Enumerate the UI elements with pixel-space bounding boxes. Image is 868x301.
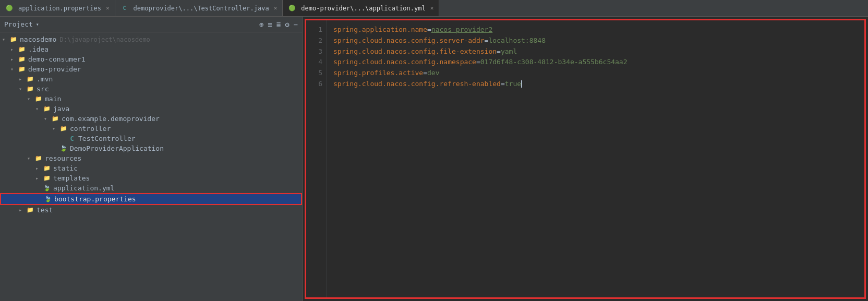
editor-content[interactable]: 1 2 3 4 5 6 spring.application.name=naco… [305,19,866,299]
folder-icon: 📁 [34,95,43,103]
tree-item-controller[interactable]: ▾ 📁 controller [0,124,302,134]
tree-label: application.yml [53,184,114,192]
tree-item-templates[interactable]: ▸ 📁 templates [0,173,302,183]
sidebar-title: Project ▾ [4,20,39,28]
arrow-icon: ▾ [35,106,43,112]
tab-test-controller[interactable]: C demoprovider\...\TestController.java ✕ [115,0,283,16]
code-value: dev [427,69,439,77]
tab-demo-provider-yaml[interactable]: 🟢 demo-provider\...\application.yml ✕ [283,0,439,16]
tree-item-java[interactable]: ▾ 📁 java [0,104,302,114]
code-equals: = [497,47,501,55]
tab-icon-java: C [120,5,129,12]
code-equals: = [427,26,431,33]
arrow-icon: ▾ [27,155,34,161]
folder-icon: 📁 [59,125,68,133]
code-key: spring.cloud.nacos.config.namespace [333,58,476,66]
code-value: yaml [501,47,517,55]
main-content: Project ▾ ⊕ ≡ ≣ ⚙ − ▾ 📁 nacosdemo D:\jav… [0,17,868,301]
code-value: true [505,80,521,88]
tree-item-nacosdemo[interactable]: ▾ 📁 nacosdemo D:\javaproject\nacosdemo [0,34,302,44]
code-key: spring.cloud.nacos.config.server-addr [333,37,485,44]
arrow-icon: ▾ [27,96,34,102]
tree-item-com-example-demoprovider[interactable]: ▾ 📁 com.example.demoprovider [0,114,302,124]
tab-close-test-controller[interactable]: ✕ [274,5,278,11]
dropdown-arrow-icon[interactable]: ▾ [36,21,39,27]
folder-icon: 📁 [26,207,34,214]
tree-label: test [37,206,53,214]
arrow-icon: ▸ [35,165,43,171]
tree-item-demo-provider[interactable]: ▾ 📁 demo-provider [0,64,302,74]
code-line-5: spring.profiles.active=dev [333,68,858,79]
arrow-icon: ▸ [10,46,18,52]
line-num-1: 1 [312,25,322,35]
tree-item-test[interactable]: ▸ 📁 test [0,205,302,215]
tab-label-test-controller: demoprovider\...\TestController.java [134,5,269,12]
sidebar-tree: ▾ 📁 nacosdemo D:\javaproject\nacosdemo ▸… [0,32,302,301]
arrow-icon: ▸ [35,175,43,181]
tree-label: src [37,85,49,93]
code-line-6: spring.cloud.nacos.config.refresh-enable… [333,79,858,90]
code-value: 017d6f48-c308-4812-b34e-a555b6c54aa2 [480,58,628,66]
spring-icon: 🍃 [43,185,51,192]
code-key: spring.cloud.nacos.config.refresh-enable… [333,80,501,88]
line-num-2: 2 [312,35,322,46]
text-cursor [521,80,522,88]
tree-item-static[interactable]: ▸ 📁 static [0,163,302,173]
minimize-button[interactable]: − [294,20,298,29]
tab-label-demo-provider-yaml: demo-provider\...\application.yml [301,5,425,12]
expand-button[interactable]: ≣ [276,20,281,29]
tab-close-demo-provider-yaml[interactable]: ✕ [430,5,434,11]
code-value: nacos-provider2 [431,26,492,33]
tree-item-resources[interactable]: ▾ 📁 resources [0,153,302,163]
arrow-icon: ▸ [10,56,18,62]
tree-item-src[interactable]: ▾ 📁 src [0,84,302,94]
code-line-1: spring.application.name=nacos-provider2 [333,25,858,35]
code-area[interactable]: spring.application.name=nacos-provider2 … [327,20,864,297]
collapse-button[interactable]: ≡ [268,20,272,29]
tree-label: bootstrap.properties [54,195,136,203]
tree-item-bootstrap-properties[interactable]: 🍃 bootstrap.properties [0,193,302,205]
tab-label-app-props: application.properties [18,5,101,12]
tree-label: main [45,95,61,103]
tree-item-test-controller[interactable]: C TestController [0,134,302,143]
code-line-3: spring.cloud.nacos.config.file-extension… [333,46,858,57]
tree-label: .mvn [37,75,53,83]
folder-icon: 📁 [43,175,51,182]
tree-label: com.example.demoprovider [62,115,160,123]
arrow-icon [52,146,59,151]
tree-item-idea[interactable]: ▸ 📁 .idea [0,44,302,54]
sidebar-title-text: Project [4,20,33,28]
tab-bar: 🟢 application.properties ✕ C demoprovide… [0,0,868,17]
folder-orange-icon: 📁 [34,155,43,162]
folder-icon: 📁 [51,115,59,123]
tree-item-mvn[interactable]: ▸ 📁 .mvn [0,74,302,84]
tab-application-properties[interactable]: 🟢 application.properties ✕ [0,0,115,16]
tree-label: resources [45,154,81,162]
sidebar-controls: ⊕ ≡ ≣ ⚙ − [259,20,298,29]
tree-item-main[interactable]: ▾ 📁 main [0,94,302,104]
tree-label: templates [53,174,90,182]
tree-item-demo-consumer1[interactable]: ▸ 📁 demo-consumer1 [0,54,302,64]
code-equals: = [501,80,505,88]
code-value: localhost:8848 [488,37,546,44]
settings-icon[interactable]: ⚙ [285,20,289,29]
folder-blue-icon: 📁 [43,105,51,113]
folder-icon: 📁 [9,36,18,43]
arrow-icon [37,196,44,202]
tree-label: nacosdemo [20,35,56,43]
tab-close-app-props[interactable]: ✕ [106,5,110,11]
line-num-5: 5 [312,68,322,79]
arrow-icon: ▾ [19,86,26,92]
arrow-icon: ▾ [2,37,9,42]
code-equals: = [476,58,480,66]
arrow-icon: ▸ [19,207,26,213]
arrow-icon: ▾ [10,66,18,72]
tree-item-demo-provider-app[interactable]: 🍃 DemoProviderApplication [0,143,302,153]
code-line-4: spring.cloud.nacos.config.namespace=017d… [333,57,858,68]
line-num-4: 4 [312,57,322,68]
line-num-6: 6 [312,79,322,90]
add-button[interactable]: ⊕ [259,20,263,29]
code-equals: = [423,69,427,77]
folder-icon: 📁 [26,76,34,83]
tree-item-application-yml[interactable]: 🍃 application.yml [0,183,302,193]
